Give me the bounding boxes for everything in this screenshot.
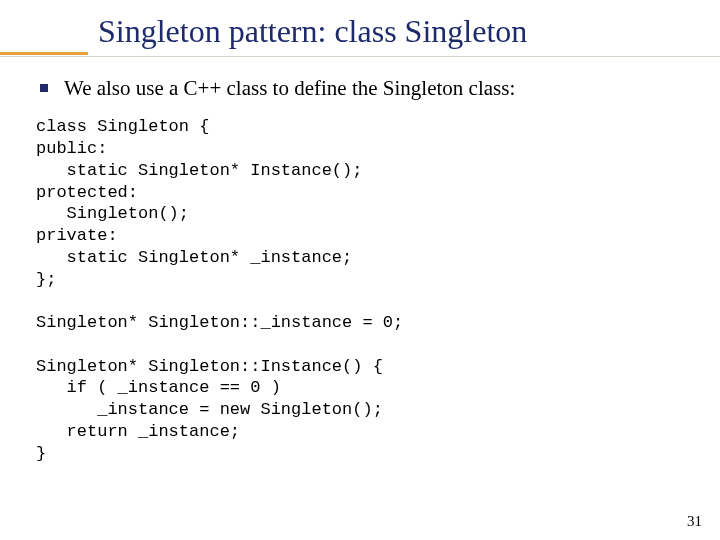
slide-body: We also use a C++ class to define the Si… [40, 75, 680, 464]
bullet-text: We also use a C++ class to define the Si… [64, 75, 515, 102]
bullet-item: We also use a C++ class to define the Si… [40, 75, 680, 102]
square-bullet-icon [40, 84, 48, 92]
slide-title: Singleton pattern: class Singleton [98, 14, 720, 49]
divider-line [0, 56, 720, 57]
slide-number: 31 [687, 513, 702, 530]
code-block: class Singleton { public: static Singlet… [36, 116, 680, 464]
title-area: Singleton pattern: class Singleton [0, 0, 720, 49]
accent-bar [0, 52, 88, 55]
